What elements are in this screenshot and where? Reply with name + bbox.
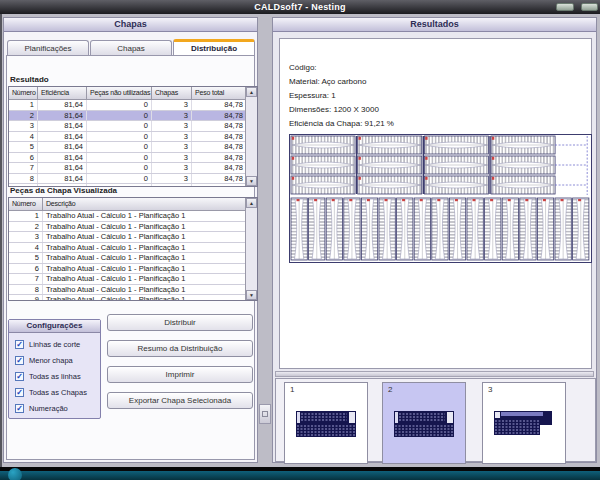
config-option-numeracao[interactable]: ✓Numeração bbox=[9, 400, 100, 416]
table-cell: 6 bbox=[9, 153, 38, 163]
imprimir-button[interactable]: Imprimir bbox=[107, 366, 253, 383]
scroll-up-icon[interactable]: ▲ bbox=[246, 87, 257, 97]
checkbox-todas-as-chapas[interactable]: ✓ bbox=[15, 388, 24, 397]
table-scrollbar[interactable]: ▲▼ bbox=[245, 87, 257, 186]
table-row[interactable]: 681,640384,78 bbox=[9, 153, 257, 164]
start-orb-icon[interactable] bbox=[8, 468, 22, 480]
table-row[interactable]: 281,640384,78 bbox=[9, 111, 257, 122]
column-header[interactable]: Chapas bbox=[152, 87, 192, 99]
resumo-distribuicao-button[interactable]: Resumo da Distribuição bbox=[107, 340, 253, 357]
left-panel: Chapas PlanificaçõesChapasDistribuição R… bbox=[3, 17, 258, 463]
column-header[interactable]: Número bbox=[9, 87, 38, 99]
app-window: CALDsoft7 - Nesting Chapas Planificações… bbox=[0, 0, 600, 480]
table-cell: 0 bbox=[87, 121, 152, 131]
resultado-label: Resultado bbox=[10, 75, 49, 84]
distribuir-button[interactable]: Distribuir bbox=[107, 314, 253, 331]
table-row[interactable]: 181,640384,78 bbox=[9, 100, 257, 111]
table-row[interactable]: 5Trabalho Atual - Cálculo 1 - Planificaç… bbox=[9, 253, 257, 264]
column-header[interactable]: Descrição bbox=[43, 198, 247, 210]
table-cell: Trabalho Atual - Cálculo 1 - Planificaçã… bbox=[43, 295, 247, 301]
table-cell: Trabalho Atual - Cálculo 1 - Planificaçã… bbox=[43, 274, 247, 284]
table-header-row: NúmeroDescrição bbox=[9, 198, 257, 211]
table-cell: 81,64 bbox=[38, 111, 87, 121]
checkbox-label: Menor chapa bbox=[29, 356, 73, 365]
tab-chapas[interactable]: Chapas bbox=[90, 40, 172, 56]
table-cell: 3 bbox=[152, 132, 192, 142]
table-row[interactable]: 1Trabalho Atual - Cálculo 1 - Planificaç… bbox=[9, 211, 257, 222]
sheet-thumbnail-3[interactable]: 3 bbox=[482, 382, 566, 464]
table-cell: 7 bbox=[9, 163, 38, 173]
checkbox-todas-as-linhas[interactable]: ✓ bbox=[15, 372, 24, 381]
minimize-button[interactable] bbox=[556, 3, 574, 11]
tab-planificacoes[interactable]: Planificações bbox=[7, 40, 89, 56]
pecas-label: Peças da Chapa Visualizada bbox=[10, 186, 117, 195]
table-cell: Trabalho Atual - Cálculo 1 - Planificaçã… bbox=[43, 253, 247, 263]
scroll-down-icon[interactable]: ▼ bbox=[246, 290, 257, 300]
column-header[interactable]: Peso total bbox=[192, 87, 247, 99]
configuracoes-title: Configurações bbox=[26, 321, 82, 330]
config-option-menor-chapa[interactable]: ✓Menor chapa bbox=[9, 352, 100, 368]
table-cell: 3 bbox=[9, 232, 43, 242]
right-panel: Resultados Código:Material: Aço carbonoE… bbox=[272, 17, 597, 463]
thumbnail-preview-image bbox=[493, 409, 555, 443]
table-cell: 81,64 bbox=[38, 132, 87, 142]
column-header[interactable]: Número bbox=[9, 198, 43, 210]
table-cell: 0 bbox=[87, 163, 152, 173]
checkbox-numeracao[interactable]: ✓ bbox=[15, 404, 24, 413]
sheet-thumbnail-1[interactable]: 1 bbox=[284, 382, 368, 464]
table-cell: 0 bbox=[87, 132, 152, 142]
table-cell: 84,78 bbox=[192, 174, 247, 184]
table-row[interactable]: 481,640384,78 bbox=[9, 132, 257, 143]
table-row[interactable]: 6Trabalho Atual - Cálculo 1 - Planificaç… bbox=[9, 264, 257, 275]
table-row[interactable]: 7Trabalho Atual - Cálculo 1 - Planificaç… bbox=[9, 274, 257, 285]
table-row[interactable]: 781,640384,78 bbox=[9, 163, 257, 174]
table-cell: 81,64 bbox=[38, 100, 87, 110]
checkbox-label: Todas as linhas bbox=[29, 372, 81, 381]
sheet-detail-box: Código:Material: Aço carbonoEspessura: 1… bbox=[279, 38, 592, 369]
taskbar bbox=[0, 471, 600, 480]
column-header[interactable]: Peças não utilizadas bbox=[87, 87, 152, 99]
config-option-todas-as-chapas[interactable]: ✓Todas as Chapas bbox=[9, 384, 100, 400]
thumbnail-preview-image bbox=[295, 409, 357, 443]
sheet-thumbnail-2[interactable]: 2 bbox=[382, 382, 466, 464]
splitter-grip-icon bbox=[262, 411, 268, 417]
right-panel-header: Resultados bbox=[273, 18, 596, 32]
table-cell: 5 bbox=[9, 253, 43, 263]
scroll-up-icon[interactable]: ▲ bbox=[246, 198, 257, 208]
table-cell: Trabalho Atual - Cálculo 1 - Planificaçã… bbox=[43, 285, 247, 295]
exportar-chapa-button[interactable]: Exportar Chapa Selecionada bbox=[107, 392, 253, 409]
maximize-button[interactable] bbox=[581, 3, 598, 11]
table-cell: 6 bbox=[9, 264, 43, 274]
panel-splitter-handle[interactable] bbox=[259, 404, 271, 424]
table-row[interactable]: 4Trabalho Atual - Cálculo 1 - Planificaç… bbox=[9, 243, 257, 254]
config-option-linhas-de-corte[interactable]: ✓Linhas de corte bbox=[9, 336, 100, 352]
table-cell: Trabalho Atual - Cálculo 1 - Planificaçã… bbox=[43, 232, 247, 242]
table-row[interactable]: 2Trabalho Atual - Cálculo 1 - Planificaç… bbox=[9, 222, 257, 233]
table-cell: 84,78 bbox=[192, 184, 247, 187]
table-cell: 0 bbox=[87, 174, 152, 184]
info-line: Código: bbox=[289, 63, 317, 72]
table-cell: 84,78 bbox=[192, 163, 247, 173]
table-cell: 3 bbox=[152, 111, 192, 121]
table-row[interactable]: 581,640384,78 bbox=[9, 142, 257, 153]
tab-distribuicao[interactable]: Distribuição bbox=[173, 39, 255, 56]
right-panel-title: Resultados bbox=[410, 19, 459, 29]
table-row[interactable]: 381,640384,78 bbox=[9, 121, 257, 132]
column-header[interactable]: Eficiência bbox=[38, 87, 87, 99]
table-cell: 81,64 bbox=[38, 163, 87, 173]
config-option-todas-as-linhas[interactable]: ✓Todas as linhas bbox=[9, 368, 100, 384]
table-row[interactable]: 881,640384,78 bbox=[9, 174, 257, 185]
checkbox-linhas-de-corte[interactable]: ✓ bbox=[15, 340, 24, 349]
scroll-down-icon[interactable]: ▼ bbox=[246, 176, 257, 186]
table-cell: 3 bbox=[152, 184, 192, 187]
table-row[interactable]: 9Trabalho Atual - Cálculo 1 - Planificaç… bbox=[9, 295, 257, 301]
table-cell: 84,78 bbox=[192, 132, 247, 142]
checkbox-menor-chapa[interactable]: ✓ bbox=[15, 356, 24, 365]
window-frame-edge bbox=[0, 14, 2, 467]
table-scrollbar[interactable]: ▲▼ bbox=[245, 198, 257, 300]
horizontal-splitter[interactable] bbox=[275, 371, 594, 377]
table-row[interactable]: 3Trabalho Atual - Cálculo 1 - Planificaç… bbox=[9, 232, 257, 243]
table-cell: 81,64 bbox=[38, 121, 87, 131]
table-row[interactable]: 8Trabalho Atual - Cálculo 1 - Planificaç… bbox=[9, 285, 257, 296]
thumbnail-number: 2 bbox=[388, 385, 392, 394]
